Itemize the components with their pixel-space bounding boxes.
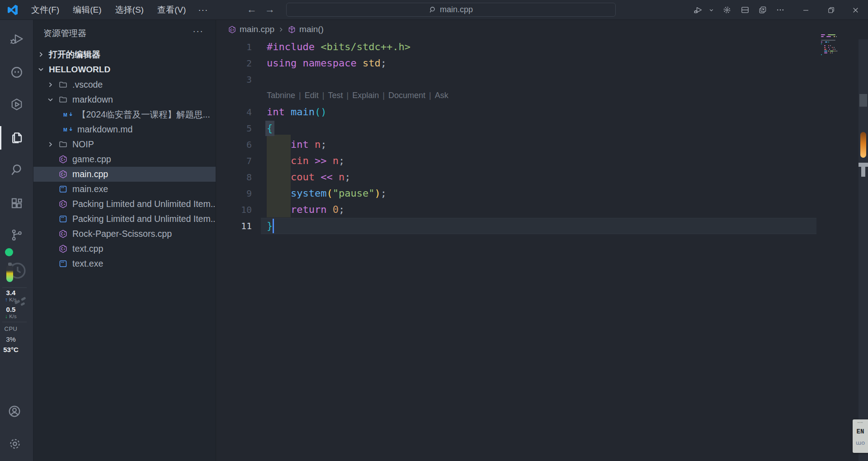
section-open-editors[interactable]: 打开的编辑器 — [33, 47, 216, 62]
run-and-debug-icon[interactable] — [10, 32, 24, 46]
tree-item-Packing_Limited_and_Unlimited_Item...[interactable]: CPacking Limited and Unlimited Item... — [33, 197, 216, 212]
explorer-sidebar: 资源管理器 ··· 打开的编辑器 HELLOWORLD .vscodemarkd… — [33, 20, 216, 461]
tree-item-label: text.exe — [72, 259, 103, 269]
tree-item-label: main.exe — [72, 184, 108, 194]
line-number: 3 — [216, 71, 252, 88]
tree-item-text.exe[interactable]: text.exe — [33, 256, 216, 271]
code-line-8[interactable]: 8 cout << n; — [216, 169, 868, 185]
codelens-link-ask[interactable]: Ask — [435, 91, 448, 100]
code-line-3[interactable]: 3 — [216, 71, 868, 88]
ime-language-indicator[interactable]: EN — [857, 428, 864, 435]
cpp-icon: C — [58, 199, 69, 209]
code-line-10[interactable]: 10 return 0; — [216, 202, 868, 218]
code-line-9[interactable]: 9 system("pause"); — [216, 185, 868, 202]
code-line-5[interactable]: 5{ — [216, 120, 868, 136]
ime-drag-handle[interactable]: ┉┉ — [858, 420, 863, 425]
restore-button[interactable] — [818, 0, 844, 20]
editor-pane[interactable]: C main.cpp main() 1#include <bits/stdc++… — [216, 20, 868, 461]
tree-item-Packing_Limited_and_Unlimited_Item...[interactable]: Packing Limited and Unlimited Item... — [33, 212, 216, 226]
menu-item-2[interactable]: 选择(S) — [108, 0, 151, 20]
code-line-1[interactable]: 1#include <bits/stdc++.h> — [216, 39, 868, 55]
active-view-indicator — [0, 126, 1, 150]
tree-item-Rock-Paper-Scissors.cpp[interactable]: CRock-Paper-Scissors.cpp — [33, 226, 216, 241]
menubar: 文件(F)编辑(E)选择(S)查看(V)··· — [24, 0, 213, 20]
code-line-7[interactable]: 7 cin >> n; — [216, 153, 868, 169]
settings-gear-button[interactable] — [719, 0, 735, 20]
codelens-link-test[interactable]: Test — [328, 91, 343, 100]
code-text: system("pause"); — [267, 185, 387, 202]
tabnine-icon[interactable] — [10, 66, 24, 79]
sidebar-more-button[interactable]: ··· — [193, 25, 203, 36]
chevron-right-icon — [47, 141, 58, 148]
code-runner-icon[interactable] — [10, 98, 24, 111]
close-all-editors-button[interactable] — [755, 0, 771, 20]
sidebar-title: 资源管理器 — [43, 28, 86, 39]
scrollbar-track[interactable] — [859, 39, 868, 461]
svg-text:C: C — [61, 157, 63, 162]
toggle-panel-button[interactable] — [737, 0, 753, 20]
codelens-separator: | — [425, 91, 435, 100]
more-actions-button[interactable] — [772, 0, 788, 20]
command-center-search[interactable]: main.cpp — [286, 3, 616, 17]
breadcrumb-file[interactable]: main.cpp — [240, 24, 274, 34]
chevron-right-icon — [37, 51, 49, 58]
tree-item-main.exe[interactable]: main.exe — [33, 182, 216, 197]
account-icon[interactable] — [8, 405, 23, 418]
codelens-link-edit[interactable]: Edit — [305, 91, 319, 100]
code-text: { — [267, 120, 273, 136]
extensions-icon[interactable] — [10, 197, 24, 210]
code-line-6[interactable]: 6 int n; — [216, 136, 868, 153]
minimize-button[interactable] — [793, 0, 818, 20]
codelens-link-document[interactable]: Document — [388, 91, 425, 100]
codelens-link-explain[interactable]: Explain — [352, 91, 379, 100]
tree-item-markdown[interactable]: markdown — [33, 92, 216, 107]
line-number: 6 — [216, 136, 252, 153]
code-area[interactable]: 1#include <bits/stdc++.h>2using namespac… — [216, 39, 868, 461]
ime-sub-icon[interactable]: ɯo — [856, 439, 865, 446]
line-number: 11 — [216, 218, 252, 234]
net-down-value: 0.5 — [0, 306, 22, 313]
ime-toolbar[interactable]: ┉┉ EN ɯo — [853, 419, 868, 453]
tree-item-text.cpp[interactable]: Ctext.cpp — [33, 241, 216, 256]
code-line-2[interactable]: 2using namespace std; — [216, 55, 868, 71]
svg-text:C: C — [61, 232, 63, 236]
chevron-right-icon — [47, 81, 58, 89]
tree-item-.vscode[interactable]: .vscode — [33, 77, 216, 92]
menu-item-3[interactable]: 查看(V) — [151, 0, 193, 20]
tree-item-label: game.cpp — [72, 154, 111, 165]
manage-gear-icon[interactable] — [8, 437, 23, 451]
minimap[interactable] — [821, 34, 842, 58]
scrollbar-thumb[interactable] — [859, 94, 867, 107]
code-line-4[interactable]: 4int main() — [216, 104, 868, 120]
folder-icon — [58, 95, 69, 105]
codelens-row[interactable]: Tabnine|Edit|Test|Explain|Document|Ask — [216, 88, 868, 104]
tree-item-_2024_...[interactable]: M【2024临安普及一课程】解题思... — [33, 107, 216, 122]
svg-text:C: C — [61, 172, 63, 177]
tree-item-NOIP[interactable]: NOIP — [33, 137, 216, 152]
close-button[interactable] — [843, 0, 868, 20]
sidebar-header: 资源管理器 ··· — [33, 20, 216, 44]
text-cursor — [273, 219, 274, 233]
tree-item-game.cpp[interactable]: Cgame.cpp — [33, 152, 216, 167]
breadcrumb-symbol[interactable]: main() — [299, 24, 324, 34]
search-view-icon[interactable] — [10, 163, 24, 177]
codelens-link-tabnine[interactable]: Tabnine — [267, 91, 295, 100]
down-arrow-icon: ↓ — [5, 314, 8, 319]
cpp-icon: C — [58, 229, 69, 239]
menu-item-0[interactable]: 文件(F) — [24, 0, 66, 20]
nav-back-icon[interactable]: ← — [244, 0, 259, 20]
section-helloworld[interactable]: HELLOWORLD — [33, 62, 216, 77]
symbol-namespace-icon — [288, 25, 296, 34]
menu-overflow-button[interactable]: ··· — [193, 0, 213, 20]
md-icon: M — [63, 125, 74, 135]
debug-run-button[interactable] — [689, 0, 707, 20]
code-line-11[interactable]: 11} — [216, 218, 868, 234]
code-text: int main() — [267, 104, 326, 120]
menu-item-1[interactable]: 编辑(E) — [66, 0, 108, 20]
explorer-icon[interactable] — [10, 131, 24, 145]
tree-item-main.cpp[interactable]: Cmain.cpp — [33, 167, 216, 182]
nav-forward-icon[interactable]: → — [262, 0, 278, 20]
chevron-down-icon[interactable] — [707, 0, 716, 20]
tree-item-markdown.md[interactable]: Mmarkdown.md — [33, 122, 216, 137]
source-control-icon[interactable] — [10, 228, 24, 242]
